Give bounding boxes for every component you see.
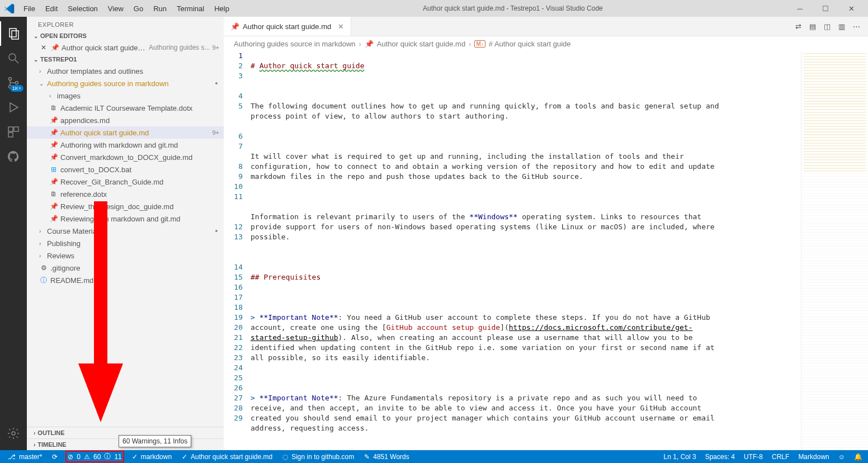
svg-point-2 [9, 54, 16, 60]
file-review-design-doc[interactable]: 📌Review_the_design_doc_guide.md [27, 200, 224, 212]
menu-edit[interactable]: Edit [41, 2, 62, 15]
tab-label: Author quick start guide.md [243, 22, 331, 31]
more-actions-icon[interactable]: ⋯ [853, 22, 860, 31]
status-indentation[interactable]: Spaces: 4 [705, 453, 735, 461]
menu-run[interactable]: Run [149, 2, 171, 15]
menu-help[interactable]: Help [210, 2, 234, 15]
activity-bar: 1K+ [0, 17, 27, 450]
maximize-button[interactable]: ☐ [818, 4, 833, 13]
status-encoding[interactable]: UTF-8 [744, 453, 763, 461]
file-recover-git-branch[interactable]: 📌Recover_Git_Branch_Guide.md [27, 176, 224, 188]
menu-selection[interactable]: Selection [63, 2, 102, 15]
tab-author-quick-start[interactable]: 📌 Author quick start guide.md ✕ [224, 17, 351, 36]
file-authoring-markdown-git[interactable]: 📌Authoring with markdown and git.md [27, 139, 224, 151]
tab-bar: 📌 Author quick start guide.md ✕ ⇄ ▤ ◫ ▥ … [224, 17, 868, 36]
close-icon[interactable]: ✕ [338, 22, 344, 31]
menu-bar: FileEditSelectionViewGoRunTerminalHelp [19, 2, 234, 15]
folder-images[interactable]: ›images [27, 89, 224, 102]
pin-icon: 📌 [49, 141, 58, 149]
activity-explorer[interactable] [0, 21, 27, 46]
windows-icon: ⊞ [49, 166, 58, 173]
activity-source-control[interactable]: 1K+ [0, 70, 27, 95]
file-icon: 🗎 [49, 104, 58, 112]
file-convert-bat[interactable]: ⊞convert_to_DOCX.bat [27, 163, 224, 176]
github-icon: ◌ [282, 453, 288, 461]
open-editors-header[interactable]: ⌄OPEN EDITORS [27, 30, 224, 41]
svg-marker-7 [10, 103, 18, 112]
activity-search[interactable] [0, 46, 27, 70]
gear-icon: ⚙ [39, 264, 48, 272]
info-icon: ⓘ [104, 452, 111, 461]
code-editor[interactable]: # Author quick start guide The following… [251, 51, 801, 450]
activity-run-debug[interactable] [0, 95, 27, 120]
status-bar: ⎇master* ⟳ ⊘0 ⚠60 ⓘ11 ✓markdown ✓Author … [0, 450, 868, 463]
menu-go[interactable]: Go [129, 2, 148, 15]
status-active-file[interactable]: ✓Author quick start guide.md [180, 453, 275, 461]
notifications-icon[interactable]: 🔔 [854, 453, 862, 461]
problems-tooltip: 60 Warnings, 11 Infos [119, 435, 191, 447]
file-reference-dotx[interactable]: 🗎reference.dotx [27, 188, 224, 200]
feedback-icon[interactable]: ☺ [838, 453, 845, 461]
close-button[interactable]: ✕ [843, 4, 859, 13]
pin-icon: 📌 [49, 116, 58, 124]
folder-author-templates[interactable]: ›Author templates and outlines [27, 65, 224, 77]
pin-icon: 📌 [49, 202, 58, 210]
file-appendices[interactable]: 📌appendices.md [27, 114, 224, 126]
explorer-sidebar: EXPLORER ⌄OPEN EDITORS ✕ 📌 Author quick … [27, 17, 224, 450]
menu-terminal[interactable]: Terminal [172, 2, 209, 15]
breadcrumb-file[interactable]: Author quick start guide.md [377, 40, 465, 48]
activity-extensions[interactable] [0, 120, 27, 144]
split-editor-icon[interactable]: ◫ [824, 22, 831, 31]
compare-changes-icon[interactable]: ⇄ [795, 22, 801, 31]
info-icon: ⓘ [39, 276, 48, 285]
file-gitignore[interactable]: ⚙.gitignore [27, 262, 224, 274]
status-problems[interactable]: ⊘0 ⚠60 ⓘ11 [65, 451, 124, 462]
close-icon[interactable]: ✕ [39, 44, 48, 51]
repo-header[interactable]: ⌄TESTREPO1 [27, 54, 224, 65]
activity-settings[interactable] [0, 421, 27, 446]
open-preview-icon[interactable]: ▤ [809, 22, 816, 31]
pin-icon: 📌 [49, 153, 58, 161]
folder-reviews[interactable]: ›Reviews [27, 249, 224, 262]
breadcrumb-folder[interactable]: Authoring guides source in markdown [234, 40, 356, 48]
titlebar: FileEditSelectionViewGoRunTerminalHelp A… [0, 0, 868, 17]
minimize-button[interactable]: ─ [792, 4, 808, 13]
pin-icon: 📌 [50, 44, 59, 51]
pin-icon: 📌 [49, 129, 58, 136]
file-readme[interactable]: ⓘREADME.md [27, 274, 224, 286]
pin-icon: 📌 [365, 40, 374, 48]
folder-course-materials[interactable]: ›Course Materials• [27, 225, 224, 237]
open-editor-item[interactable]: ✕ 📌 Author quick start guide.md Authorin… [27, 41, 224, 54]
status-language-mode[interactable]: Markdown [798, 453, 829, 461]
status-cursor-position[interactable]: Ln 1, Col 3 [664, 453, 696, 461]
status-eol[interactable]: CRLF [772, 453, 789, 461]
status-md-tool[interactable]: ✓markdown [130, 453, 174, 461]
status-sync[interactable]: ⟳ [50, 453, 60, 461]
pin-icon: 📌 [49, 178, 58, 186]
window-title: Author quick start guide.md - Testrepo1 … [234, 4, 792, 12]
svg-point-11 [12, 432, 15, 435]
svg-rect-1 [12, 31, 18, 39]
file-reviewing-markdown-git[interactable]: 📌Reviewing with markdown and git.md [27, 212, 224, 225]
pin-icon: 📌 [49, 215, 58, 223]
minimap[interactable] [801, 51, 868, 450]
file-convert-markdown-docx[interactable]: 📌Convert_markdown_to_DOCX_guide.md [27, 151, 224, 163]
pin-icon: 📌 [230, 22, 239, 31]
menu-view[interactable]: View [103, 2, 128, 15]
file-academic-dotx[interactable]: 🗎Academic ILT Courseware Template.dotx [27, 102, 224, 114]
breadcrumb-symbol[interactable]: # Author quick start guide [489, 40, 571, 48]
svg-point-6 [16, 82, 18, 84]
activity-github[interactable] [0, 144, 27, 169]
vscode-logo-icon [4, 3, 15, 13]
svg-rect-10 [8, 133, 13, 137]
menu-file[interactable]: File [19, 2, 40, 15]
status-branch[interactable]: ⎇master* [6, 453, 44, 461]
file-author-quick-start[interactable]: 📌Author quick start guide.md9+ [27, 126, 224, 139]
status-word-count[interactable]: ✎4851 Words [362, 453, 411, 461]
folder-authoring-guides[interactable]: ⌄Authoring guides source in markdown• [27, 77, 224, 89]
breadcrumbs[interactable]: Authoring guides source in markdown› 📌 A… [224, 36, 868, 51]
folder-publishing[interactable]: ›Publishing [27, 237, 224, 249]
markdown-icon: M↓ [474, 40, 485, 48]
status-github-signin[interactable]: ◌Sign in to github.com [280, 453, 356, 461]
toggle-layout-icon[interactable]: ▥ [838, 22, 845, 31]
